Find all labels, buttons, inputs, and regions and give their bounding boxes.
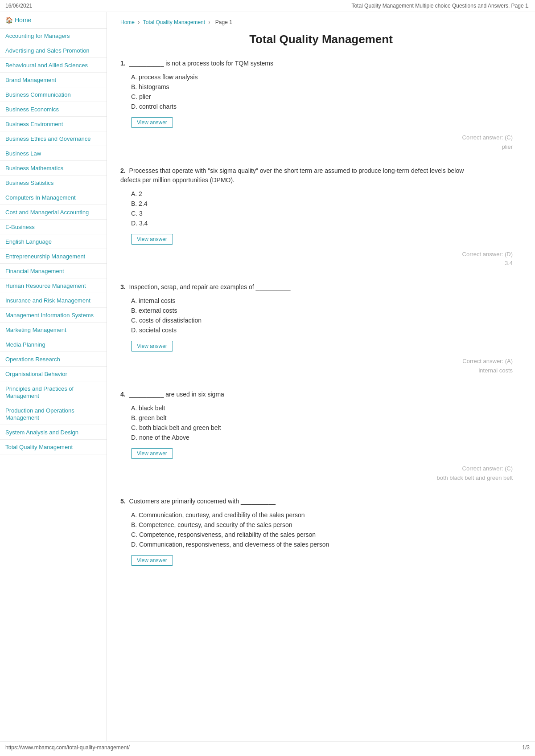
question-number-3: 3. [120, 283, 126, 290]
breadcrumb-page: Page 1 [215, 19, 232, 25]
question-text-5: 5. Customers are primarily concerned wit… [120, 497, 522, 506]
sidebar-item-12: Cost and Managerial Accounting [0, 205, 107, 220]
sidebar-link-20[interactable]: Marketing Management [5, 327, 66, 333]
view-answer-button-5[interactable]: View answer [131, 555, 173, 566]
option-label: B. [131, 83, 137, 90]
option-label: B. [131, 200, 137, 207]
sidebar-link-21[interactable]: Media Planning [5, 341, 45, 348]
sidebar-link-1[interactable]: Advertising and Sales Promotion [5, 47, 90, 54]
date: 16/06/2021 [5, 3, 32, 9]
sidebar-link-3[interactable]: Brand Management [5, 77, 56, 83]
breadcrumb-section[interactable]: Total Quality Management [143, 19, 205, 25]
sidebar-item-6: Business Environment [0, 117, 107, 131]
home-icon: 🏠 [5, 16, 13, 24]
question-number-1: 1. [120, 60, 126, 67]
correct-answer-4: Correct answer: (C)both black belt and g… [120, 464, 513, 483]
view-answer-button-3[interactable]: View answer [131, 341, 173, 351]
option-1-C: C. plier [131, 93, 522, 100]
home-link[interactable]: 🏠 Home [5, 16, 101, 24]
option-label: B. [131, 521, 137, 528]
option-3-B: B. external costs [131, 307, 522, 314]
question-block-4: 4. __________ are used in six sigmaA. bl… [120, 390, 522, 483]
question-number-4: 4. [120, 391, 126, 398]
option-label: B. [131, 307, 137, 314]
sidebar-link-4[interactable]: Business Communication [5, 91, 71, 98]
sidebar-link-17[interactable]: Human Resource Management [5, 282, 86, 289]
sidebar-item-0: Accounting for Managers [0, 29, 107, 43]
bottom-bar: https://www.mbamcq.com/total-quality-man… [0, 741, 535, 753]
sidebar-item-24: Principles and Practices of Management [0, 381, 107, 403]
view-answer-button-1[interactable]: View answer [131, 117, 173, 128]
sidebar-link-12[interactable]: Cost and Managerial Accounting [5, 209, 89, 216]
option-label: B. [131, 414, 137, 421]
sidebar-link-15[interactable]: Entrepreneurship Management [5, 253, 85, 260]
sidebar-item-18: Insurance and Risk Management [0, 293, 107, 308]
sidebar-item-21: Media Planning [0, 337, 107, 352]
sidebar-home[interactable]: 🏠 Home [0, 12, 107, 29]
sidebar-link-13[interactable]: E-Business [5, 224, 35, 230]
sidebar-link-0[interactable]: Accounting for Managers [5, 33, 70, 39]
question-number-2: 2. [120, 167, 126, 174]
option-2-B: B. 2.4 [131, 200, 522, 207]
sidebar-item-9: Business Mathematics [0, 161, 107, 176]
sidebar-link-7[interactable]: Business Ethics and Governance [5, 135, 91, 142]
sidebar-link-22[interactable]: Operations Research [5, 356, 60, 363]
correct-answer-3: Correct answer: (A)internal costs [120, 357, 513, 376]
sidebar-link-23[interactable]: Organisational Behavior [5, 371, 67, 377]
option-5-D: D. Communication, responsiveness, and cl… [131, 541, 522, 548]
sidebar-item-1: Advertising and Sales Promotion [0, 43, 107, 58]
option-label: D. [131, 541, 137, 548]
sidebar-link-5[interactable]: Business Economics [5, 106, 59, 113]
option-4-A: A. black belt [131, 405, 522, 412]
option-4-D: D. none of the Above [131, 434, 522, 441]
sidebar-link-11[interactable]: Computers In Management [5, 194, 76, 201]
sidebar-link-14[interactable]: English Language [5, 238, 52, 245]
option-1-B: B. histograms [131, 83, 522, 90]
option-3-A: A. internal costs [131, 297, 522, 304]
sidebar-link-2[interactable]: Behavioural and Allied Sciences [5, 62, 88, 69]
option-4-C: C. both black belt and green belt [131, 424, 522, 431]
option-label: C. [131, 210, 137, 217]
option-4-B: B. green belt [131, 414, 522, 421]
option-label: A. [131, 74, 137, 81]
view-answer-button-4[interactable]: View answer [131, 448, 173, 459]
sidebar-item-14: English Language [0, 234, 107, 249]
sidebar-item-13: E-Business [0, 220, 107, 234]
sidebar-item-17: Human Resource Management [0, 278, 107, 293]
breadcrumb: Home › Total Quality Management › Page 1 [120, 19, 522, 25]
option-label: D. [131, 220, 137, 227]
sidebar-link-10[interactable]: Business Statistics [5, 180, 54, 186]
sidebar-item-11: Computers In Management [0, 190, 107, 205]
sidebar-item-7: Business Ethics and Governance [0, 131, 107, 146]
sidebar-link-16[interactable]: Financial Management [5, 268, 64, 274]
sidebar-link-19[interactable]: Management Information Systems [5, 312, 94, 319]
question-number-5: 5. [120, 498, 126, 505]
sidebar-item-4: Business Communication [0, 87, 107, 102]
option-3-D: D. societal costs [131, 327, 522, 334]
sidebar-link-25[interactable]: Production and Operations Management [5, 407, 74, 421]
sidebar-item-15: Entrepreneurship Management [0, 249, 107, 264]
sidebar: 🏠 Home Accounting for ManagersAdvertisin… [0, 12, 107, 741]
pagination: 1/3 [522, 744, 530, 751]
sidebar-link-9[interactable]: Business Mathematics [5, 165, 63, 172]
page-heading: Total Quality Management [120, 33, 522, 46]
main-content: Home › Total Quality Management › Page 1… [107, 12, 535, 741]
option-label: C. [131, 317, 137, 324]
sidebar-link-24[interactable]: Principles and Practices of Management [5, 385, 74, 399]
question-block-5: 5. Customers are primarily concerned wit… [120, 497, 522, 566]
option-1-A: A. process flow analysis [131, 74, 522, 81]
breadcrumb-home[interactable]: Home [120, 19, 135, 25]
sidebar-item-20: Marketing Management [0, 323, 107, 337]
question-text-4: 4. __________ are used in six sigma [120, 390, 522, 399]
sidebar-link-8[interactable]: Business Law [5, 150, 41, 157]
sidebar-link-18[interactable]: Insurance and Risk Management [5, 297, 91, 304]
sidebar-item-27: Total Quality Management [0, 440, 107, 454]
sidebar-link-6[interactable]: Business Environment [5, 121, 63, 127]
sidebar-item-16: Financial Management [0, 264, 107, 278]
sidebar-link-26[interactable]: System Analysis and Design [5, 429, 78, 436]
sidebar-link-27[interactable]: Total Quality Management [5, 444, 73, 450]
question-text-1: 1. __________ is not a process tools for… [120, 59, 522, 68]
page-title-text: Total Quality Management Multiple choice… [351, 3, 530, 9]
view-answer-button-2[interactable]: View answer [131, 234, 173, 245]
option-2-A: A. 2 [131, 190, 522, 197]
